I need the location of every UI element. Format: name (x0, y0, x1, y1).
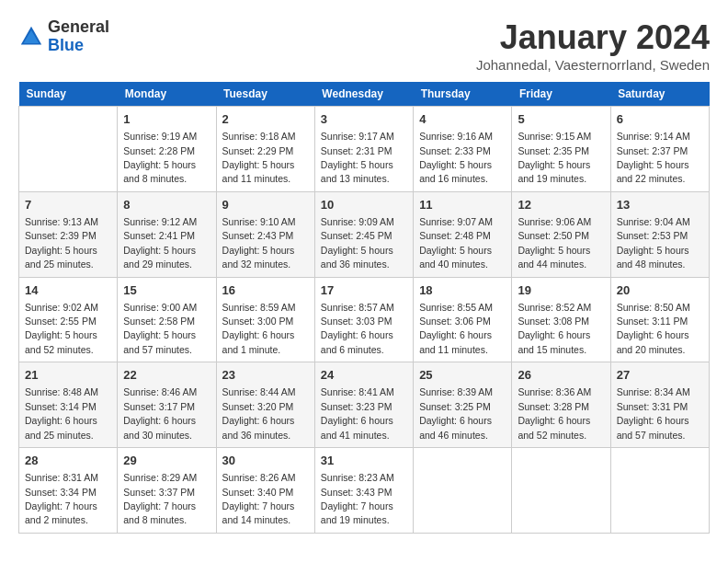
sunrise-info: Sunrise: 8:48 AMSunset: 3:14 PMDaylight:… (25, 386, 98, 440)
sunrise-info: Sunrise: 8:55 AMSunset: 3:06 PMDaylight:… (419, 302, 493, 355)
logo-text: General Blue (48, 18, 109, 55)
calendar-cell (414, 448, 512, 534)
sunrise-info: Sunrise: 9:17 AMSunset: 2:31 PMDaylight:… (321, 131, 394, 184)
day-number: 25 (419, 367, 506, 384)
day-number: 20 (617, 282, 703, 299)
weekday-header: Monday (118, 82, 216, 107)
sunrise-info: Sunrise: 9:07 AMSunset: 2:48 PMDaylight:… (419, 216, 493, 270)
sunrise-info: Sunrise: 8:23 AMSunset: 3:43 PMDaylight:… (321, 472, 394, 525)
logo-general: General (48, 18, 109, 37)
sunrise-info: Sunrise: 9:16 AMSunset: 2:33 PMDaylight:… (419, 131, 493, 184)
sunrise-info: Sunrise: 8:26 AMSunset: 3:40 PMDaylight:… (222, 472, 296, 525)
calendar-cell (610, 448, 709, 534)
calendar-cell: 10Sunrise: 9:09 AMSunset: 2:45 PMDayligh… (314, 191, 413, 277)
day-number: 21 (25, 367, 111, 384)
calendar-cell: 13Sunrise: 9:04 AMSunset: 2:53 PMDayligh… (610, 191, 709, 277)
calendar-cell: 14Sunrise: 9:02 AMSunset: 2:55 PMDayligh… (19, 277, 118, 362)
calendar-cell: 22Sunrise: 8:46 AMSunset: 3:17 PMDayligh… (118, 362, 216, 448)
sunrise-info: Sunrise: 8:57 AMSunset: 3:03 PMDaylight:… (321, 302, 394, 355)
calendar-cell: 30Sunrise: 8:26 AMSunset: 3:40 PMDayligh… (216, 448, 314, 534)
calendar-cell: 24Sunrise: 8:41 AMSunset: 3:23 PMDayligh… (314, 362, 413, 448)
month-title: January 2024 (476, 18, 710, 57)
day-number: 19 (518, 282, 604, 299)
calendar-cell: 16Sunrise: 8:59 AMSunset: 3:00 PMDayligh… (216, 277, 314, 362)
sunrise-info: Sunrise: 9:04 AMSunset: 2:53 PMDaylight:… (617, 216, 690, 270)
calendar-week-row: 28Sunrise: 8:31 AMSunset: 3:34 PMDayligh… (19, 448, 710, 534)
day-number: 8 (123, 197, 210, 213)
calendar-table: SundayMondayTuesdayWednesdayThursdayFrid… (18, 82, 710, 534)
day-number: 9 (222, 197, 309, 213)
calendar-cell: 8Sunrise: 9:12 AMSunset: 2:41 PMDaylight… (118, 191, 216, 277)
sunrise-info: Sunrise: 8:31 AMSunset: 3:34 PMDaylight:… (25, 472, 98, 525)
sunrise-info: Sunrise: 9:09 AMSunset: 2:45 PMDaylight:… (321, 216, 394, 270)
sunrise-info: Sunrise: 9:19 AMSunset: 2:28 PMDaylight:… (123, 131, 197, 184)
day-number: 10 (321, 197, 407, 213)
calendar-cell: 25Sunrise: 8:39 AMSunset: 3:25 PMDayligh… (414, 362, 512, 448)
sunrise-info: Sunrise: 8:46 AMSunset: 3:17 PMDaylight:… (123, 386, 197, 440)
weekday-header: Thursday (414, 82, 512, 107)
calendar-cell: 3Sunrise: 9:17 AMSunset: 2:31 PMDaylight… (314, 107, 413, 192)
calendar-cell: 15Sunrise: 9:00 AMSunset: 2:58 PMDayligh… (118, 277, 216, 362)
logo: General Blue (18, 18, 109, 55)
logo-blue: Blue (48, 37, 109, 55)
sunrise-info: Sunrise: 9:14 AMSunset: 2:37 PMDaylight:… (617, 131, 690, 184)
sunrise-info: Sunrise: 8:50 AMSunset: 3:11 PMDaylight:… (617, 302, 690, 355)
day-number: 17 (321, 282, 407, 299)
calendar-cell: 23Sunrise: 8:44 AMSunset: 3:20 PMDayligh… (216, 362, 314, 448)
weekday-row: SundayMondayTuesdayWednesdayThursdayFrid… (19, 82, 710, 107)
day-number: 29 (123, 453, 210, 469)
day-number: 27 (617, 367, 703, 384)
calendar-header: SundayMondayTuesdayWednesdayThursdayFrid… (19, 82, 710, 107)
day-number: 1 (123, 111, 210, 128)
calendar-cell: 29Sunrise: 8:29 AMSunset: 3:37 PMDayligh… (118, 448, 216, 534)
calendar-cell: 2Sunrise: 9:18 AMSunset: 2:29 PMDaylight… (216, 107, 314, 192)
calendar-week-row: 14Sunrise: 9:02 AMSunset: 2:55 PMDayligh… (19, 277, 710, 362)
calendar-cell: 27Sunrise: 8:34 AMSunset: 3:31 PMDayligh… (610, 362, 709, 448)
logo-icon (18, 24, 44, 50)
day-number: 3 (321, 111, 407, 128)
sunrise-info: Sunrise: 9:10 AMSunset: 2:43 PMDaylight:… (222, 216, 296, 270)
day-number: 15 (123, 282, 210, 299)
day-number: 6 (617, 111, 703, 128)
day-number: 23 (222, 367, 309, 384)
calendar-cell (512, 448, 610, 534)
calendar-cell: 7Sunrise: 9:13 AMSunset: 2:39 PMDaylight… (19, 191, 118, 277)
sunrise-info: Sunrise: 9:02 AMSunset: 2:55 PMDaylight:… (25, 302, 98, 355)
day-number: 4 (419, 111, 506, 128)
day-number: 7 (25, 197, 111, 213)
calendar-cell: 19Sunrise: 8:52 AMSunset: 3:08 PMDayligh… (512, 277, 610, 362)
calendar-cell: 6Sunrise: 9:14 AMSunset: 2:37 PMDaylight… (610, 107, 709, 192)
title-block: January 2024 Johannedal, Vaesternorrland… (476, 18, 710, 73)
calendar-week-row: 1Sunrise: 9:19 AMSunset: 2:28 PMDaylight… (19, 107, 710, 192)
calendar-cell: 31Sunrise: 8:23 AMSunset: 3:43 PMDayligh… (314, 448, 413, 534)
sunrise-info: Sunrise: 9:13 AMSunset: 2:39 PMDaylight:… (25, 216, 98, 270)
day-number: 2 (222, 111, 309, 128)
calendar-cell: 17Sunrise: 8:57 AMSunset: 3:03 PMDayligh… (314, 277, 413, 362)
calendar-week-row: 7Sunrise: 9:13 AMSunset: 2:39 PMDaylight… (19, 191, 710, 277)
calendar-week-row: 21Sunrise: 8:48 AMSunset: 3:14 PMDayligh… (19, 362, 710, 448)
sunrise-info: Sunrise: 8:52 AMSunset: 3:08 PMDaylight:… (518, 302, 591, 355)
calendar-body: 1Sunrise: 9:19 AMSunset: 2:28 PMDaylight… (19, 107, 710, 534)
sunrise-info: Sunrise: 8:39 AMSunset: 3:25 PMDaylight:… (419, 386, 493, 440)
sunrise-info: Sunrise: 9:15 AMSunset: 2:35 PMDaylight:… (518, 131, 591, 184)
location-subtitle: Johannedal, Vaesternorrland, Sweden (476, 57, 710, 73)
sunrise-info: Sunrise: 8:59 AMSunset: 3:00 PMDaylight:… (222, 302, 296, 355)
day-number: 5 (518, 111, 604, 128)
sunrise-info: Sunrise: 8:36 AMSunset: 3:28 PMDaylight:… (518, 386, 591, 440)
weekday-header: Saturday (610, 82, 709, 107)
page-header: General Blue January 2024 Johannedal, Va… (18, 18, 710, 73)
calendar-cell: 26Sunrise: 8:36 AMSunset: 3:28 PMDayligh… (512, 362, 610, 448)
day-number: 14 (25, 282, 111, 299)
calendar-cell: 18Sunrise: 8:55 AMSunset: 3:06 PMDayligh… (414, 277, 512, 362)
sunrise-info: Sunrise: 8:44 AMSunset: 3:20 PMDaylight:… (222, 386, 296, 440)
weekday-header: Tuesday (216, 82, 314, 107)
sunrise-info: Sunrise: 9:12 AMSunset: 2:41 PMDaylight:… (123, 216, 197, 270)
calendar-cell: 21Sunrise: 8:48 AMSunset: 3:14 PMDayligh… (19, 362, 118, 448)
calendar-cell: 11Sunrise: 9:07 AMSunset: 2:48 PMDayligh… (414, 191, 512, 277)
day-number: 24 (321, 367, 407, 384)
calendar-cell: 12Sunrise: 9:06 AMSunset: 2:50 PMDayligh… (512, 191, 610, 277)
day-number: 13 (617, 197, 703, 213)
calendar-cell (19, 107, 118, 192)
sunrise-info: Sunrise: 8:34 AMSunset: 3:31 PMDaylight:… (617, 386, 690, 440)
day-number: 22 (123, 367, 210, 384)
